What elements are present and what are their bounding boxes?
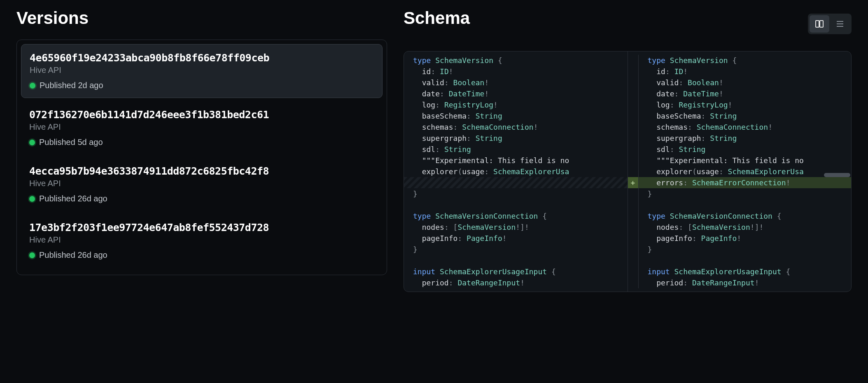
diff-gutter	[628, 244, 639, 255]
code-line-content: errors: SchemaErrorConnection!	[639, 177, 852, 188]
code-line-content: pageInfo: PageInfo!	[639, 233, 852, 244]
code-line	[404, 199, 628, 210]
code-line-content: period: DateRangeInput!	[404, 277, 628, 288]
code-line: log: RegistryLog!	[628, 99, 852, 110]
version-item[interactable]: 4ecca95b7b94e3633874911dd872c6825fbc42f8…	[21, 158, 383, 211]
list-view-button[interactable]	[830, 15, 850, 33]
code-line-content: input SchemaExplorerUsageInput {	[639, 266, 852, 277]
code-line: explorer(usage: SchemaExplorerUsa	[628, 166, 852, 177]
diff-gutter	[628, 110, 639, 121]
versions-list: 4e65960f19e24233abca90b8fb8f66e78ff09ceb…	[16, 40, 387, 275]
code-line-content: id: ID!	[639, 66, 852, 77]
code-line-content: type SchemaVersion {	[404, 55, 628, 66]
svg-rect-0	[816, 21, 819, 27]
version-hash: 17e3bf2f203f1ee97724e647ab8fef552437d728	[29, 222, 374, 234]
diff-viewer[interactable]: type SchemaVersion { id: ID! valid: Bool…	[404, 51, 852, 292]
code-line-content: """Experimental: This field is no	[639, 155, 852, 166]
code-line: type SchemaVersion {	[628, 55, 852, 66]
versions-panel: Versions 4e65960f19e24233abca90b8fb8f66e…	[16, 8, 387, 383]
code-line-content: type SchemaVersionConnection {	[404, 210, 628, 222]
diff-gutter	[628, 199, 639, 210]
code-line: date: DateTime!	[404, 88, 628, 99]
version-item[interactable]: 17e3bf2f203f1ee97724e647ab8fef552437d728…	[21, 214, 383, 267]
diff-gutter	[628, 121, 639, 133]
diff-gutter	[628, 66, 639, 77]
diff-gutter	[628, 55, 639, 66]
code-line-content: explorer(usage: SchemaExplorerUsa	[404, 166, 628, 177]
code-line-content: valid: Boolean!	[404, 77, 628, 88]
code-line: supergraph: String	[628, 133, 852, 144]
diff-gutter	[628, 188, 639, 199]
code-line-content: sdl: String	[639, 144, 852, 155]
code-line-content: date: DateTime!	[404, 88, 628, 99]
code-line: input SchemaExplorerUsageInput {	[628, 266, 852, 277]
diff-gutter	[628, 144, 639, 155]
version-status: Published 5d ago	[29, 138, 374, 147]
code-line: explorer(usage: SchemaExplorerUsa	[404, 166, 628, 177]
version-item[interactable]: 4e65960f19e24233abca90b8fb8f66e78ff09ceb…	[21, 44, 383, 98]
code-line	[628, 199, 852, 210]
code-line: period: DateRangeInput!	[404, 277, 628, 288]
code-line: valid: Boolean!	[628, 77, 852, 88]
version-status-text: Published 2d ago	[40, 81, 103, 90]
code-line: + errors: SchemaErrorConnection!	[628, 177, 852, 188]
code-line: schemas: SchemaConnection!	[404, 121, 628, 133]
diff-gutter	[628, 255, 639, 266]
code-line-content: supergraph: String	[404, 133, 628, 144]
code-line-content: period: DateRangeInput!	[639, 277, 852, 288]
code-line-content	[404, 177, 628, 188]
diff-gutter	[628, 266, 639, 277]
horizontal-scrollbar[interactable]	[824, 173, 850, 177]
code-line-content	[639, 199, 852, 210]
diff-gutter	[628, 277, 639, 288]
code-line-content	[404, 255, 628, 266]
code-line: schemas: SchemaConnection!	[628, 121, 852, 133]
code-line-content: sdl: String	[404, 144, 628, 155]
code-line-content: schemas: SchemaConnection!	[639, 121, 852, 133]
code-line: }	[404, 244, 628, 255]
code-line-content	[404, 199, 628, 210]
code-line: pageInfo: PageInfo!	[404, 233, 628, 244]
code-line-content: input SchemaExplorerUsageInput {	[404, 266, 628, 277]
diff-gutter	[628, 77, 639, 88]
code-line: id: ID!	[404, 66, 628, 77]
code-line: baseSchema: String	[628, 110, 852, 121]
code-line: sdl: String	[404, 144, 628, 155]
diff-gutter	[628, 210, 639, 222]
code-line-content: baseSchema: String	[639, 110, 852, 121]
code-line: pageInfo: PageInfo!	[628, 233, 852, 244]
diff-view-button[interactable]	[810, 15, 829, 33]
version-hash: 072f136270e6b1141d7d246eee3f1b381bed2c61	[29, 109, 374, 121]
code-line: period: DateRangeInput!	[628, 277, 852, 288]
diff-gutter	[628, 233, 639, 244]
code-line-content: type SchemaVersion {	[639, 55, 852, 66]
code-line: }	[628, 244, 852, 255]
version-item[interactable]: 072f136270e6b1141d7d246eee3f1b381bed2c61…	[21, 101, 383, 154]
version-hash: 4ecca95b7b94e3633874911dd872c6825fbc42f8	[29, 165, 374, 177]
code-line: valid: Boolean!	[404, 77, 628, 88]
code-line: """Experimental: This field is no	[628, 155, 852, 166]
version-status: Published 26d ago	[29, 194, 374, 203]
version-status: Published 2d ago	[30, 81, 374, 90]
code-line: baseSchema: String	[404, 110, 628, 121]
code-line: }	[628, 188, 852, 199]
code-line: type SchemaVersionConnection {	[628, 210, 852, 222]
code-line: supergraph: String	[404, 133, 628, 144]
diff-pane-left: type SchemaVersion { id: ID! valid: Bool…	[404, 51, 628, 292]
schema-title: Schema	[404, 8, 470, 28]
code-line-content: }	[639, 188, 852, 199]
code-line: }	[404, 188, 628, 199]
status-dot-icon	[30, 83, 35, 89]
version-app: Hive API	[29, 235, 374, 245]
code-line-content: type SchemaVersionConnection {	[639, 210, 852, 222]
code-line-content: log: RegistryLog!	[404, 99, 628, 110]
version-app: Hive API	[29, 179, 374, 188]
code-line: id: ID!	[628, 66, 852, 77]
code-line-content: log: RegistryLog!	[639, 99, 852, 110]
schema-panel: Schema type SchemaVersion { id: ID! vali…	[404, 8, 852, 383]
svg-rect-1	[820, 21, 823, 27]
code-line-content: }	[404, 188, 628, 199]
code-line-content: valid: Boolean!	[639, 77, 852, 88]
code-line-content: }	[639, 244, 852, 255]
code-line: log: RegistryLog!	[404, 99, 628, 110]
